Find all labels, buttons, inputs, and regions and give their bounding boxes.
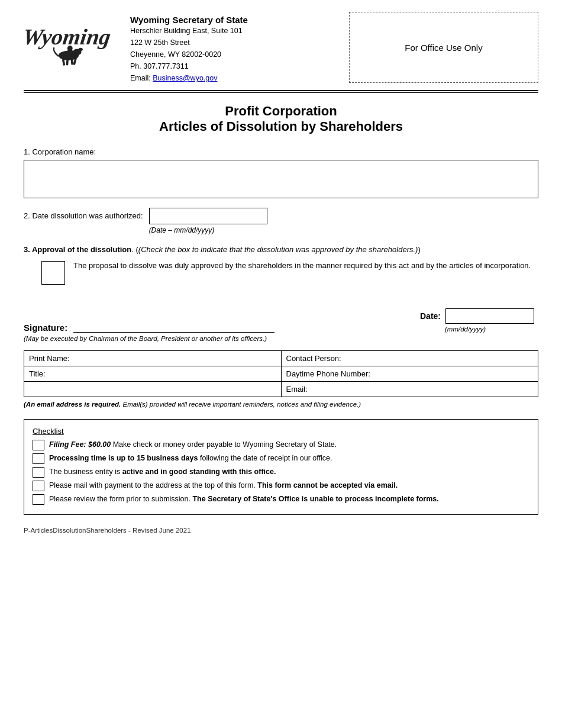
title-label: Title: [29,369,46,378]
title-line1: Profit Corporation [24,104,538,119]
checklist-bold-5: The Secretary of State's Office is unabl… [192,495,438,503]
date-dissolution-right: (Date – mm/dd/yyyy) [149,208,267,234]
date-dissolution-input[interactable] [149,208,267,224]
checklist-item-5: Please review the form prior to submissi… [33,494,529,505]
email-link[interactable]: Business@wyo.gov [153,74,217,82]
print-name-input[interactable] [72,354,272,363]
agency-address3: Cheyenne, WY 82002-0020 [130,49,337,60]
fields-section: Print Name: Contact Person: Title: Dayti… [24,350,538,410]
print-name-label: Print Name: [29,354,70,363]
title-cell: Title: [24,366,282,382]
sig-hint: (May be executed by Chairman of the Boar… [24,335,538,342]
title-input[interactable] [47,369,271,378]
contact-person-cell: Contact Person: [281,351,538,366]
agency-phone: Ph. 307.777.7311 [130,60,337,72]
svg-text:Wyoming: Wyoming [24,24,112,49]
section-3: 3. Approval of the dissolution. ((Check … [24,245,538,285]
email-cell: Email: [281,382,538,397]
checklist-bold-4: This form cannot be accepted via email. [257,481,398,489]
print-name-cell: Print Name: [24,351,282,366]
svg-rect-6 [71,59,73,65]
checklist-checkbox-2[interactable] [33,453,44,464]
agency-email: Email: Business@wyo.gov [130,72,337,84]
section2-label: 2. Date dissolution was authorized: [24,208,143,220]
divider-bottom [24,92,538,93]
section-2: 2. Date dissolution was authorized: (Dat… [24,208,538,234]
header: Wyoming Wyoming Secretary of State [24,12,538,84]
checklist-checkbox-5[interactable] [33,494,44,505]
checklist-bold-3: active and in good standing with this of… [122,468,276,476]
divider-top [24,90,538,91]
checklist-item-2: Processing time is up to 15 business day… [33,453,529,464]
email-note-rest: Email(s) provided will receive important… [121,401,361,408]
daytime-phone-input[interactable] [372,369,522,378]
svg-rect-5 [66,59,69,65]
daytime-phone-label: Daytime Phone Number: [286,369,370,378]
contact-person-label: Contact Person: [286,354,341,363]
date-hint: (Date – mm/dd/yyyy) [149,226,215,234]
checklist-text-1: Filing Fee: $60.00 Make check or money o… [49,439,529,450]
corporation-name-input[interactable] [24,160,538,198]
section3-title-bold: 3. Approval of the dissolution [24,245,131,254]
checklist-title: Checklist [33,427,529,436]
agency-address2: 122 W 25th Street [130,37,337,49]
info-table: Print Name: Contact Person: Title: Dayti… [24,350,538,397]
sig-date-hint: (mm/dd/yyyy) [445,326,486,333]
checklist-checkbox-3[interactable] [33,467,44,478]
date-right-label: Date: [420,311,441,321]
checklist-checkbox-1[interactable] [33,440,44,450]
agency-info: Wyoming Secretary of State Herschler Bui… [130,12,337,84]
sig-label: Signature: [24,323,67,333]
print-name-row: Print Name: Contact Person: [24,351,538,366]
office-use-text: For Office Use Only [405,43,482,53]
section-1: 1. Corporation name: [24,147,538,198]
sig-left: Signature: [24,323,402,333]
wyoming-logo: Wyoming [24,12,115,71]
date-right-row: Date: [420,308,534,324]
footer: P-ArticlesDissolutionShareholders - Revi… [24,527,538,534]
title-line2: Articles of Dissolution by Shareholders [24,119,538,134]
agency-name: Wyoming Secretary of State [130,15,337,25]
date-right: Date: (mm/dd/yyyy) [420,308,538,333]
form-title: Profit Corporation Articles of Dissoluti… [24,104,538,134]
sig-line[interactable] [73,323,274,333]
office-use-box: For Office Use Only [349,12,538,83]
logo-area: Wyoming [24,12,118,73]
svg-point-9 [67,49,73,54]
checklist-text-3: The business entity is active and in goo… [49,466,529,478]
email-row: Email: [24,382,538,397]
email-note-bold-text: An email address is required. [26,401,121,408]
section3-title-italic: (Check the box to indicate that the diss… [138,245,418,254]
checklist-item-1: Filing Fee: $60.00 Make check or money o… [33,439,529,450]
checklist-bold-2: Processing time is up to 15 business day… [49,454,198,462]
checklist-text-4: Please mail with payment to the address … [49,480,529,491]
footer-text: P-ArticlesDissolutionShareholders - Revi… [24,527,191,534]
checklist-item-3: The business entity is active and in goo… [33,466,529,478]
sig-row: Signature: Date: (mm/dd/yyyy) [24,308,538,333]
approval-checkbox[interactable] [41,261,65,285]
email-label: Email: [130,74,153,82]
svg-point-3 [79,48,83,51]
checklist-text-2: Processing time is up to 15 business day… [49,453,529,464]
email-note: (An email address is required. Email(s) … [24,400,538,410]
contact-person-input[interactable] [343,354,522,363]
checklist-checkbox-4[interactable] [33,481,44,491]
email-field-label: Email: [286,385,308,394]
email-cell-empty [24,382,282,397]
checklist-item-4: Please mail with payment to the address … [33,480,529,491]
section1-label: 1. Corporation name: [24,147,538,156]
email-input[interactable] [309,385,524,394]
agency-address1: Herschler Building East, Suite 101 [130,25,337,37]
signature-section: Signature: Date: (mm/dd/yyyy) (May be ex… [24,308,538,342]
title-phone-row: Title: Daytime Phone Number: [24,366,538,382]
checklist-box: Checklist Filing Fee: $60.00 Make check … [24,419,538,515]
sig-date-input[interactable] [445,308,534,324]
approval-body: The proposal to dissolve was duly approv… [41,260,538,285]
checklist-text-5: Please review the form prior to submissi… [49,494,529,505]
approval-text: The proposal to dissolve was duly approv… [73,260,531,272]
section3-title: 3. Approval of the dissolution. ((Check … [24,245,538,254]
daytime-phone-cell: Daytime Phone Number: [281,366,538,382]
checklist-bold-1: Filing Fee: $60.00 [49,440,111,449]
